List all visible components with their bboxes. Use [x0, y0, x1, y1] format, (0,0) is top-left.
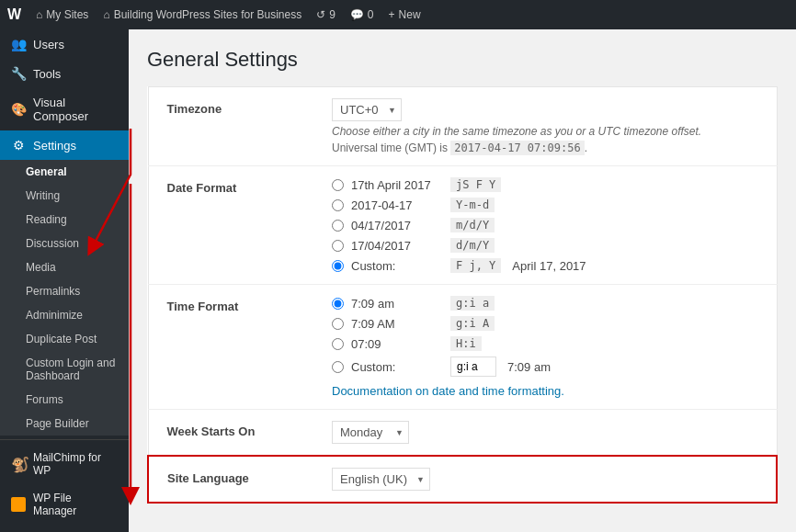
sidebar-item-settings[interactable]: ⚙ Settings	[0, 130, 129, 160]
date-format-options: 17th April 2017 jS F Y 2017-04-17 Y-m-d …	[332, 177, 758, 273]
comments-button[interactable]: 💬 0	[350, 8, 374, 21]
doc-link-container: Documentation on date and time formattin…	[332, 384, 758, 398]
sidebar-submenu-media[interactable]: Media	[0, 255, 129, 279]
sidebar-item-users[interactable]: 👥 Users	[0, 29, 129, 59]
date-format-radio-3[interactable]	[332, 240, 344, 252]
updates-button[interactable]: ↺ 9	[316, 8, 335, 21]
date-format-code-2: m/d/Y	[450, 218, 495, 232]
new-icon: +	[389, 8, 395, 21]
time-format-row: Time Format 7:09 am g:i a 7:09 AM g:i A	[148, 285, 777, 410]
my-sites-icon: ⌂	[36, 8, 42, 21]
timezone-description: Choose either a city in the same timezon…	[332, 125, 758, 138]
time-format-label-0: 7:09 am	[351, 297, 443, 311]
week-starts-row: Week Starts On Monday Sunday Tuesday	[148, 410, 777, 457]
wp-logo[interactable]: W	[7, 6, 21, 23]
updates-count: 9	[329, 8, 335, 21]
content-area: General Settings Timezone UTC+0 Choose e…	[129, 29, 796, 532]
time-format-label-2: 07:09	[351, 337, 443, 351]
date-format-radio-2[interactable]	[332, 220, 344, 232]
date-format-option-3: 17/04/2017 d/m/Y	[332, 238, 758, 253]
visual-composer-label: Visual Composer	[33, 96, 118, 123]
timezone-row: Timezone UTC+0 Choose either a city in t…	[148, 87, 777, 166]
site-language-label: Site Language	[148, 456, 313, 503]
settings-submenu: General Writing Reading Discussion Media…	[0, 160, 129, 436]
my-sites-menu[interactable]: ⌂ My Sites	[36, 8, 88, 21]
sidebar-submenu-adminimize[interactable]: Adminimize	[0, 303, 129, 327]
time-format-radio-2[interactable]	[332, 338, 344, 350]
settings-icon: ⚙	[11, 138, 26, 153]
date-format-radio-1[interactable]	[332, 199, 344, 211]
time-format-radio-0[interactable]	[332, 298, 344, 310]
sidebar-submenu-page-builder[interactable]: Page Builder	[0, 412, 129, 436]
utc-time: 2017-04-17 07:09:56	[450, 141, 584, 155]
date-format-label-4: Custom:	[351, 259, 443, 273]
time-format-label-1: 7:09 AM	[351, 317, 443, 331]
sidebar-item-visual-composer[interactable]: 🎨 Visual Composer	[0, 88, 129, 130]
site-name[interactable]: ⌂ Building WordPress Sites for Business	[103, 8, 301, 21]
updates-icon: ↺	[316, 8, 325, 21]
sidebar-submenu-duplicate-post[interactable]: Duplicate Post	[0, 327, 129, 351]
home-icon: ⌂	[103, 8, 109, 21]
file-manager-icon	[11, 497, 26, 512]
sidebar-submenu-writing[interactable]: Writing	[0, 184, 129, 208]
users-label: Users	[33, 38, 64, 51]
sidebar-item-file-manager[interactable]: WP File Manager	[0, 484, 129, 525]
time-format-option-3: Custom: 7:09 am	[332, 357, 758, 377]
new-button[interactable]: + New	[389, 8, 421, 21]
timezone-utc: Universal time (GMT) is 2017-04-17 07:09…	[332, 141, 758, 154]
sidebar-submenu-discussion[interactable]: Discussion	[0, 232, 129, 255]
settings-table: Timezone UTC+0 Choose either a city in t…	[147, 86, 778, 504]
time-format-radio-3[interactable]	[332, 361, 344, 373]
time-format-option-2: 07:09 H:i	[332, 336, 758, 351]
wp-icon: W	[7, 6, 21, 23]
mailchimp-icon: 🐒	[11, 456, 26, 473]
sidebar-submenu-forums[interactable]: Forums	[0, 388, 129, 412]
new-label: New	[399, 8, 421, 21]
week-starts-select[interactable]: Monday Sunday Tuesday	[332, 421, 409, 444]
site-language-value: English (UK) English (US) French	[313, 456, 777, 503]
top-bar: W ⌂ My Sites ⌂ Building WordPress Sites …	[0, 0, 796, 29]
date-format-label-3: 17/04/2017	[351, 239, 443, 253]
mailchimp-label: MailChimp for WP	[33, 451, 118, 477]
date-format-label-0: 17th April 2017	[351, 178, 443, 192]
sidebar-submenu-permalinks[interactable]: Permalinks	[0, 279, 129, 303]
date-format-option-4: Custom: F j, Y April 17, 2017	[332, 258, 758, 273]
timezone-label: Timezone	[148, 87, 313, 166]
file-manager-label: WP File Manager	[33, 492, 118, 517]
date-format-code-1: Y-m-d	[450, 198, 495, 212]
sidebar-item-miniorange[interactable]: 🟠 miniOrange Social Login, Sharing	[0, 525, 129, 532]
doc-link[interactable]: Documentation on date and time formattin…	[332, 384, 564, 398]
date-format-code-0: jS F Y	[450, 177, 501, 192]
site-title: Building WordPress Sites for Business	[114, 8, 302, 21]
date-format-code-4: F j, Y	[450, 258, 501, 273]
date-format-label-2: 04/17/2017	[351, 219, 443, 232]
my-sites-label: My Sites	[46, 8, 88, 21]
date-format-radio-0[interactable]	[332, 179, 344, 191]
time-format-code-0: g:i a	[450, 296, 495, 311]
sidebar-item-tools[interactable]: 🔧 Tools	[0, 59, 129, 88]
date-format-option-2: 04/17/2017 m/d/Y	[332, 218, 758, 232]
time-format-code-1: g:i A	[450, 316, 495, 331]
sidebar-item-mailchimp[interactable]: 🐒 MailChimp for WP	[0, 444, 129, 484]
sidebar-submenu-reading[interactable]: Reading	[0, 208, 129, 232]
visual-composer-icon: 🎨	[11, 102, 26, 117]
week-starts-label: Week Starts On	[148, 410, 313, 457]
sidebar-submenu-general[interactable]: General	[0, 160, 129, 184]
site-language-row: Site Language English (UK) English (US) …	[148, 456, 777, 503]
page-title: General Settings	[147, 48, 778, 72]
timezone-select[interactable]: UTC+0	[332, 98, 402, 121]
comments-count: 0	[368, 8, 374, 21]
time-format-custom-input[interactable]	[450, 357, 496, 377]
tools-icon: 🔧	[11, 66, 26, 81]
sidebar-submenu-custom-login[interactable]: Custom Login and Dashboard	[0, 351, 129, 388]
date-format-preview: April 17, 2017	[512, 259, 586, 273]
time-format-value: 7:09 am g:i a 7:09 AM g:i A 07:09 H:i	[313, 285, 777, 410]
site-language-select[interactable]: English (UK) English (US) French	[332, 468, 430, 491]
date-format-value: 17th April 2017 jS F Y 2017-04-17 Y-m-d …	[313, 166, 777, 285]
time-format-options: 7:09 am g:i a 7:09 AM g:i A 07:09 H:i	[332, 296, 758, 377]
date-format-radio-4[interactable]	[332, 260, 344, 272]
tools-label: Tools	[33, 67, 61, 81]
time-format-radio-1[interactable]	[332, 318, 344, 330]
date-format-option-0: 17th April 2017 jS F Y	[332, 177, 758, 192]
time-format-label: Time Format	[148, 285, 313, 410]
